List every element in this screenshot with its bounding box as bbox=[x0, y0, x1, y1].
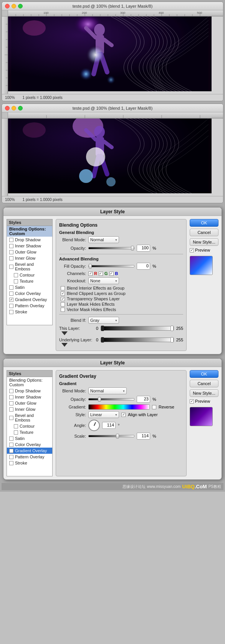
ok-button-2[interactable]: OK bbox=[190, 370, 218, 378]
gradient-picker[interactable] bbox=[88, 404, 150, 410]
stroke-checkbox[interactable] bbox=[9, 310, 13, 314]
blend-mode-select[interactable]: Normal bbox=[88, 236, 119, 243]
ok-button-1[interactable]: OK bbox=[190, 219, 218, 227]
inner-glow-checkbox[interactable] bbox=[9, 256, 13, 260]
channel-b-checkbox[interactable] bbox=[109, 272, 114, 276]
drop-shadow-checkbox-2[interactable] bbox=[9, 389, 13, 393]
styles-item-inner-shadow-2[interactable]: Inner Shadow bbox=[7, 394, 52, 400]
maximize-button-1[interactable] bbox=[18, 4, 23, 8]
new-style-button-1[interactable]: New Style... bbox=[190, 238, 218, 246]
vector-mask-checkbox[interactable] bbox=[61, 308, 65, 312]
styles-item-bevel-emboss[interactable]: Bevel and Emboss bbox=[7, 261, 52, 272]
styles-item-pattern-overlay-2[interactable]: Pattern Overlay bbox=[7, 454, 52, 460]
drop-shadow-checkbox[interactable] bbox=[9, 238, 13, 242]
traffic-lights-2[interactable] bbox=[5, 106, 23, 110]
preview-checkbox-2[interactable] bbox=[190, 399, 194, 404]
styles-item-blending-2[interactable]: Blending Options: Custom bbox=[7, 377, 52, 388]
satin-checkbox-2[interactable] bbox=[9, 436, 13, 441]
styles-item-inner-glow[interactable]: Inner Glow bbox=[7, 255, 52, 261]
gradient-overlay-checkbox-2[interactable] bbox=[9, 449, 13, 453]
satin-checkbox[interactable] bbox=[9, 285, 13, 290]
blend-clipped-checkbox[interactable] bbox=[61, 292, 65, 296]
cancel-button-2[interactable]: Cancel bbox=[190, 380, 218, 387]
scale-thumb[interactable] bbox=[116, 434, 119, 438]
angle-dial[interactable] bbox=[88, 420, 100, 431]
styles-item-pattern-overlay[interactable]: Pattern Overlay bbox=[7, 303, 52, 309]
scale-track[interactable] bbox=[88, 435, 134, 437]
texture-checkbox-2[interactable] bbox=[14, 430, 18, 435]
pattern-overlay-checkbox-2[interactable] bbox=[9, 455, 13, 459]
bevel-emboss-checkbox[interactable] bbox=[9, 265, 13, 269]
close-button-1[interactable] bbox=[5, 4, 10, 8]
styles-item-stroke[interactable]: Stroke bbox=[7, 309, 52, 315]
fill-opacity-track[interactable] bbox=[88, 265, 134, 267]
styles-item-outer-glow[interactable]: Outer Glow bbox=[7, 249, 52, 255]
gradient-overlay-checkbox[interactable] bbox=[9, 298, 13, 302]
underlying-track[interactable] bbox=[101, 338, 174, 342]
styles-item-inner-glow-2[interactable]: Inner Glow bbox=[7, 406, 52, 412]
texture-checkbox[interactable] bbox=[14, 279, 18, 283]
opacity-thumb-1[interactable] bbox=[131, 246, 134, 250]
blend-mode-select-2[interactable]: Normal bbox=[88, 387, 127, 394]
opacity-slider[interactable] bbox=[88, 247, 134, 249]
photoshop-window-2[interactable]: teste.psd @ 100% (blend 1, Layer Mask/8) bbox=[2, 104, 223, 203]
opacity-track-1[interactable] bbox=[88, 247, 134, 249]
contour-checkbox-2[interactable] bbox=[14, 424, 18, 428]
this-layer-thumb-left[interactable] bbox=[101, 326, 104, 331]
styles-item-gradient-overlay-2[interactable]: Gradient Overlay bbox=[7, 448, 52, 454]
outer-glow-checkbox[interactable] bbox=[9, 250, 13, 254]
styles-item-texture-2[interactable]: Texture bbox=[7, 429, 52, 435]
traffic-lights-1[interactable] bbox=[5, 4, 23, 8]
inner-glow-checkbox-2[interactable] bbox=[9, 407, 13, 412]
transparency-checkbox[interactable] bbox=[61, 297, 65, 301]
opacity-track-2[interactable] bbox=[88, 398, 134, 400]
opacity-input-2[interactable]: 23 bbox=[137, 396, 150, 403]
inner-shadow-checkbox[interactable] bbox=[9, 244, 13, 248]
fill-opacity-input[interactable]: 0 bbox=[137, 263, 150, 270]
color-overlay-checkbox-2[interactable] bbox=[9, 443, 13, 447]
new-style-button-2[interactable]: New Style... bbox=[190, 389, 218, 397]
underlying-thumb-right[interactable] bbox=[170, 337, 174, 343]
close-button-2[interactable] bbox=[5, 106, 10, 110]
blend-interior-checkbox[interactable] bbox=[61, 286, 65, 290]
outer-glow-checkbox-2[interactable] bbox=[9, 401, 13, 405]
styles-item-texture[interactable]: Texture bbox=[7, 278, 52, 284]
opacity-slider-2[interactable] bbox=[88, 398, 134, 400]
scale-input[interactable]: 114 bbox=[137, 433, 150, 440]
this-layer-track[interactable] bbox=[101, 326, 174, 331]
cancel-button-1[interactable]: Cancel bbox=[190, 229, 218, 236]
styles-item-drop-shadow-2[interactable]: Drop Shadow bbox=[7, 388, 52, 394]
opacity-thumb-2[interactable] bbox=[98, 397, 101, 402]
styles-item-color-overlay-2[interactable]: Color Overlay bbox=[7, 441, 52, 448]
styles-item-gradient-overlay[interactable]: Gradient Overlay bbox=[7, 296, 52, 303]
styles-item-inner-shadow[interactable]: Inner Shadow bbox=[7, 243, 52, 249]
pattern-overlay-checkbox[interactable] bbox=[9, 304, 13, 308]
styles-item-outer-glow-2[interactable]: Outer Glow bbox=[7, 400, 52, 406]
this-layer-thumb-right[interactable] bbox=[170, 326, 174, 331]
reverse-checkbox[interactable] bbox=[152, 405, 156, 409]
fill-opacity-slider[interactable] bbox=[88, 265, 134, 267]
channel-g-checkbox[interactable] bbox=[99, 272, 103, 276]
scale-slider[interactable] bbox=[88, 435, 134, 437]
inner-shadow-checkbox-2[interactable] bbox=[9, 395, 13, 399]
styles-item-satin-2[interactable]: Satin bbox=[7, 435, 52, 441]
underlying-thumb-left[interactable] bbox=[101, 337, 104, 343]
styles-item-contour-2[interactable]: Contour bbox=[7, 423, 52, 429]
styles-item-drop-shadow[interactable]: Drop Shadow bbox=[7, 237, 52, 243]
angle-input[interactable]: 114 bbox=[102, 422, 116, 429]
styles-item-bevel-emboss-2[interactable]: Bevel and Emboss bbox=[7, 412, 52, 423]
contour-checkbox[interactable] bbox=[14, 273, 18, 277]
styles-item-blending[interactable]: Blending Options: Custom bbox=[7, 226, 52, 237]
minimize-button-1[interactable] bbox=[12, 4, 16, 8]
styles-item-satin[interactable]: Satin bbox=[7, 284, 52, 290]
style-select[interactable]: Linear bbox=[88, 411, 119, 418]
bevel-emboss-checkbox-2[interactable] bbox=[9, 416, 13, 420]
styles-item-color-overlay[interactable]: Color Overlay bbox=[7, 290, 52, 296]
channel-r-checkbox[interactable] bbox=[88, 272, 93, 276]
align-checkbox[interactable] bbox=[121, 413, 126, 417]
opacity-input-1[interactable]: 100 bbox=[137, 245, 150, 252]
photoshop-window-1[interactable]: teste.psd @ 100% (blend 1, Layer Mask/8) bbox=[2, 2, 223, 101]
knockout-select[interactable]: None bbox=[88, 277, 119, 284]
stroke-checkbox-2[interactable] bbox=[9, 461, 13, 465]
layer-mask-checkbox[interactable] bbox=[61, 302, 65, 306]
